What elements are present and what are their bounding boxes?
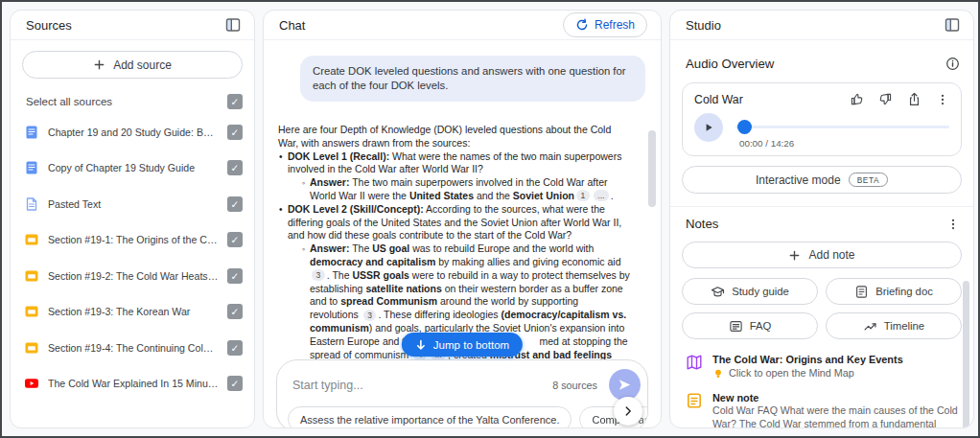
chat-response-line: War, with answers drawn from the sources…: [278, 137, 642, 150]
plus-icon: [788, 249, 801, 262]
sources-panel-header: Sources: [11, 11, 254, 40]
studio-action-timeline[interactable]: Timeline: [826, 312, 962, 339]
chat-input[interactable]: Start typing...: [292, 379, 552, 392]
source-row[interactable]: The Cold War Explained In 15 Minutes | B…: [11, 366, 254, 403]
play-button[interactable]: [694, 113, 723, 142]
note-item[interactable]: The Cold War: Origins and Key EventsClic…: [670, 348, 973, 386]
bold-text: democracy and capitalism: [310, 256, 435, 267]
audio-player: 00:00 / 14:26: [694, 113, 949, 149]
source-row[interactable]: Pasted Text: [11, 186, 254, 222]
source-row[interactable]: Copy of Chapter 19 Study Guide: [11, 150, 254, 187]
thumbs-up-button[interactable]: [850, 92, 864, 106]
send-icon: [618, 378, 632, 392]
note-body: New noteCold War FAQ What were the main …: [712, 391, 960, 428]
interactive-mode-button[interactable]: Interactive mode BETA: [682, 166, 962, 194]
citation-chip[interactable]: 3: [312, 269, 325, 281]
source-checkbox[interactable]: [227, 232, 243, 247]
audio-track-wrap: 00:00 / 14:26: [735, 113, 949, 149]
action-label: Timeline: [884, 320, 924, 332]
note-icon: [686, 392, 703, 409]
source-label: Section #19-1: The Origins of the Cold W…: [48, 234, 219, 245]
note-item[interactable]: New noteCold War FAQ What were the main …: [670, 386, 973, 428]
select-all-checkbox[interactable]: [227, 94, 243, 109]
thumbs-down-button[interactable]: [878, 92, 893, 106]
note-body: The Cold War: Origins and Key EventsClic…: [712, 353, 903, 380]
info-icon: [945, 57, 960, 71]
note-title: New note: [712, 391, 960, 404]
citation-chip[interactable]: 1: [576, 190, 590, 201]
doc-filled-icon: [24, 125, 39, 140]
text: War, with answers drawn from the sources…: [278, 137, 470, 149]
sources-panel-title: Sources: [26, 18, 72, 33]
bold-text: USSR goals: [352, 269, 409, 281]
study-guide-icon: [711, 285, 725, 299]
down-arrow-icon: [415, 339, 427, 351]
audio-menu-button[interactable]: [936, 93, 949, 106]
thumbs-up-icon: [850, 92, 864, 106]
studio-scrollbar[interactable]: [963, 281, 969, 428]
text: and the: [474, 190, 513, 201]
source-row[interactable]: Section #19-2: The Cold War Heats Up: [11, 258, 254, 294]
source-checkbox[interactable]: [227, 304, 243, 319]
send-button[interactable]: [609, 369, 641, 401]
share-button[interactable]: [907, 92, 922, 106]
studio-action-study-guide[interactable]: Study guide: [682, 278, 818, 305]
citation-chip[interactable]: 3: [363, 310, 377, 321]
audio-progress-track[interactable]: [735, 126, 949, 128]
chat-scrollbar[interactable]: [648, 130, 656, 207]
collapse-studio-panel-button[interactable]: [945, 17, 960, 33]
slides-icon: [24, 232, 39, 247]
source-row[interactable]: Section #19-1: The Origins of the Cold W…: [11, 222, 254, 259]
source-row[interactable]: Section #19-3: The Korean War: [11, 294, 254, 331]
text: The: [349, 242, 372, 254]
source-checkbox[interactable]: [227, 376, 243, 391]
suggestion-chip[interactable]: Assess the relative importance of the Ya…: [288, 406, 572, 428]
audio-overview-heading: Audio Overview: [686, 57, 774, 71]
chat-response-line: ◦Answer: The two main superpowers involv…: [278, 176, 642, 190]
text: .: [611, 190, 614, 201]
text: on their western border as a buffer zone: [442, 283, 623, 294]
refresh-button[interactable]: Refresh: [563, 12, 647, 37]
chat-response-line: establishing satellite nations on their …: [278, 283, 642, 296]
collapse-sources-panel-button[interactable]: [225, 17, 241, 33]
text: Here are four Depth of Knowledge (DOK) l…: [278, 124, 611, 135]
citation-chip[interactable]: ...: [594, 190, 609, 201]
source-checkbox[interactable]: [227, 196, 243, 212]
source-checkbox[interactable]: [227, 268, 243, 284]
panel-collapse-icon: [225, 17, 241, 33]
action-label: Study guide: [732, 286, 789, 297]
chat-response-line: World War II were the United States and …: [278, 190, 642, 203]
add-note-button[interactable]: Add note: [682, 242, 962, 268]
source-row[interactable]: Chapter 19 and 20 Study Guide: Beginnin.…: [11, 114, 254, 150]
text: spread of communism: [310, 349, 411, 360]
bulb-icon: [712, 368, 724, 380]
notes-menu-button[interactable]: [946, 218, 960, 231]
action-label: Briefing doc: [875, 286, 933, 297]
text: and to: [310, 295, 340, 307]
studio-action-faq[interactable]: FAQ: [682, 312, 818, 339]
add-source-button[interactable]: Add source: [22, 51, 243, 79]
next-suggestions-button[interactable]: [614, 397, 642, 426]
add-source-label: Add source: [113, 58, 172, 72]
notes-header: Notes: [670, 207, 973, 231]
source-row[interactable]: Section #19-4: The Continuing Cold War: [11, 330, 254, 366]
source-checkbox[interactable]: [227, 125, 243, 140]
audio-progress-handle[interactable]: [737, 120, 752, 134]
source-label: Section #19-2: The Cold War Heats Up: [48, 270, 219, 282]
audio-card-header: Cold War: [694, 92, 949, 106]
studio-panel-header: Studio: [670, 11, 973, 40]
note-description: Cold War FAQ What were the main causes o…: [712, 404, 960, 428]
chat-response-line: and to spread Communism around the world…: [278, 295, 642, 309]
select-all-label: Select all sources: [26, 96, 112, 107]
studio-action-briefing-doc[interactable]: Briefing doc: [826, 278, 962, 305]
source-checkbox[interactable]: [227, 340, 243, 356]
list-bullet: ◦: [302, 243, 305, 257]
source-checkbox[interactable]: [227, 160, 243, 175]
source-label: The Cold War Explained In 15 Minutes | B…: [48, 378, 219, 389]
jump-to-bottom-button[interactable]: Jump to bottom: [402, 333, 523, 357]
timeline-icon: [863, 319, 877, 334]
beta-badge: BETA: [849, 173, 888, 187]
audio-info-button[interactable]: [945, 57, 960, 71]
play-icon: [703, 122, 714, 133]
source-label: Section #19-4: The Continuing Cold War: [48, 342, 219, 354]
